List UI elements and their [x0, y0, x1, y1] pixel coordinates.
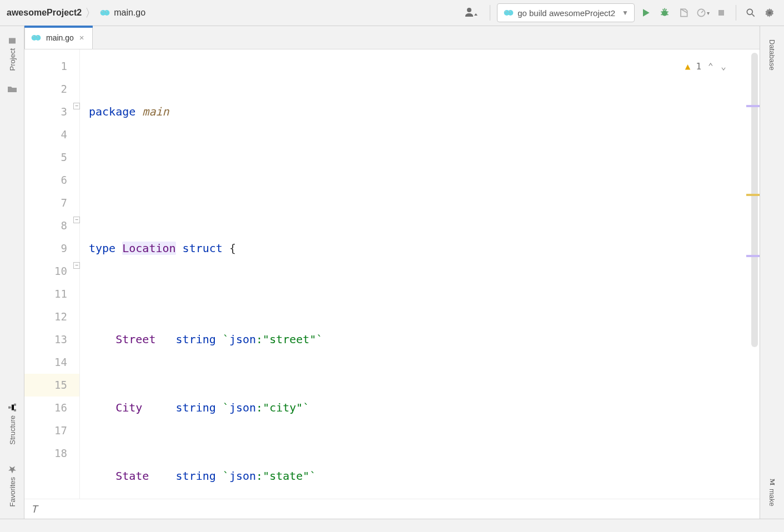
fold-toggle[interactable]: −	[73, 262, 80, 269]
field-name: State	[115, 469, 149, 483]
field-name: Street	[115, 333, 155, 346]
project-icon	[8, 36, 17, 45]
code-editor[interactable]: package main type Location struct { Stre…	[80, 49, 746, 499]
inspection-indicator[interactable]: ▲1 ⌃ ⌄	[685, 55, 727, 78]
tag-key: json	[229, 333, 256, 346]
breadcrumb-project[interactable]: awesomeProject2	[7, 8, 82, 18]
folder-icon[interactable]	[7, 85, 17, 94]
svg-rect-14	[718, 10, 724, 16]
main-area: Project Structure Favorites main.go ×	[0, 26, 784, 519]
line-number: 17	[24, 419, 67, 442]
line-number: 14	[24, 351, 67, 374]
toolbar-divider	[736, 5, 736, 21]
go-file-icon	[503, 7, 514, 18]
svg-point-11	[509, 12, 510, 12]
debug-button[interactable]	[657, 5, 672, 21]
tab-label: main.go	[46, 33, 74, 42]
tag-val: "street"	[263, 333, 316, 346]
field-type: string	[176, 333, 216, 346]
tag-key: json	[229, 469, 256, 483]
line-number: 1	[24, 55, 67, 78]
search-button[interactable]	[743, 5, 758, 21]
settings-button[interactable]	[762, 5, 777, 21]
favorites-label: Favorites	[8, 477, 16, 506]
editor-body: 1 2 3 4 5 6 7 8 9 10 11 12 13 14 15 16 1…	[24, 49, 760, 499]
structure-label: Structure	[8, 415, 16, 445]
editor-marker-bar[interactable]	[746, 49, 760, 499]
breadcrumb-file[interactable]: main.go	[114, 8, 145, 18]
svg-point-12	[662, 11, 667, 16]
usage-marker[interactable]	[746, 105, 760, 107]
field-name: City	[115, 401, 142, 414]
field-type: string	[176, 469, 216, 483]
package-name: main	[142, 105, 169, 118]
user-menu-button[interactable]	[461, 5, 483, 21]
star-icon	[8, 465, 17, 474]
svg-point-1	[104, 10, 110, 16]
line-number: 16	[24, 397, 67, 419]
keyword-package: package	[89, 105, 135, 118]
warning-marker[interactable]	[746, 194, 760, 196]
line-number: 18	[24, 442, 67, 465]
fold-toggle[interactable]: −	[73, 103, 80, 109]
breadcrumb-separator: 〉	[85, 6, 96, 21]
tag-val: "state"	[263, 469, 309, 483]
fold-toggle[interactable]: −	[73, 217, 80, 223]
line-number: 7	[24, 192, 67, 214]
profiler-button[interactable]: ▾	[695, 5, 710, 21]
svg-rect-18	[14, 409, 16, 411]
editor-tab-main-go[interactable]: main.go ×	[24, 26, 93, 49]
next-highlight-button[interactable]: ⌄	[720, 61, 727, 72]
editor-tabbar: main.go ×	[24, 26, 760, 49]
context-crumb[interactable]: T	[31, 503, 37, 515]
close-tab-button[interactable]: ×	[78, 33, 86, 42]
line-number: 4	[24, 123, 67, 146]
project-label: Project	[8, 48, 16, 71]
svg-rect-20	[8, 406, 11, 409]
make-tool-window-tab[interactable]: M make	[768, 473, 777, 512]
database-tool-window-tab[interactable]: Database	[768, 31, 776, 76]
project-tool-window-tab[interactable]: Project	[8, 31, 17, 76]
svg-point-22	[35, 35, 41, 41]
stop-button[interactable]	[713, 5, 729, 21]
svg-point-7	[508, 10, 514, 16]
status-bar	[0, 519, 784, 532]
line-number: 10	[24, 260, 67, 283]
warning-count: 1	[696, 55, 701, 78]
line-number: 2	[24, 78, 67, 101]
database-label: Database	[768, 39, 776, 71]
run-configuration-selector[interactable]: go build awesomeProject2 ▼	[497, 3, 635, 22]
warning-icon: ▲	[685, 55, 691, 78]
svg-point-10	[506, 12, 506, 12]
struct-name-location: Location	[122, 242, 175, 255]
structure-icon	[8, 403, 17, 412]
svg-rect-19	[14, 404, 16, 406]
chevron-down-icon: ▼	[622, 9, 629, 17]
favorites-tool-window-tab[interactable]: Favorites	[8, 459, 17, 512]
line-number: 15	[24, 374, 79, 397]
coverage-button[interactable]	[676, 5, 691, 21]
left-sidebar: Project Structure Favorites	[0, 26, 24, 519]
svg-point-26	[37, 36, 37, 37]
svg-point-5	[105, 12, 106, 12]
line-number: 6	[24, 169, 67, 192]
line-number: 12	[24, 305, 67, 328]
prev-highlight-button[interactable]: ⌃	[707, 61, 715, 72]
run-button[interactable]	[638, 5, 654, 21]
make-label: make	[768, 489, 776, 506]
line-number-gutter[interactable]: 1 2 3 4 5 6 7 8 9 10 11 12 13 14 15 16 1…	[24, 49, 80, 499]
go-file-icon	[31, 32, 42, 43]
editor-breadcrumb-bar: T	[24, 499, 760, 519]
svg-rect-17	[9, 38, 16, 43]
editor-column: main.go × 1 2 3 4 5 6 7 8 9 10 11 12 13 …	[24, 26, 760, 519]
run-config-label: go build awesomeProject2	[517, 8, 615, 18]
line-number: 5	[24, 146, 67, 169]
field-type: string	[176, 401, 216, 414]
usage-marker[interactable]	[746, 255, 760, 257]
line-number: 13	[24, 328, 67, 351]
svg-point-25	[33, 36, 34, 37]
tag-key: json	[229, 401, 256, 414]
scrollbar-thumb[interactable]	[751, 53, 758, 347]
keyword-type: type	[89, 242, 115, 255]
structure-tool-window-tab[interactable]: Structure	[8, 398, 17, 450]
